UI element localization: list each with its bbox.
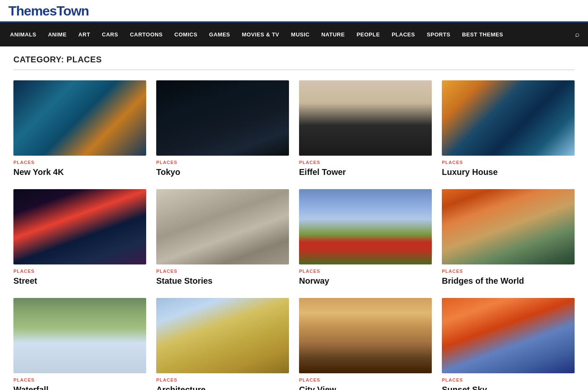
card-norway[interactable]: PLACESNorway: [299, 189, 432, 286]
nav-item-animals[interactable]: ANIMALS: [4, 24, 42, 45]
card-category-label: PLACES: [13, 269, 146, 274]
card-image: [13, 189, 146, 264]
nav-item-sports[interactable]: SPORTS: [421, 24, 456, 45]
card-category-label: PLACES: [156, 377, 289, 382]
main-nav: ANIMALSANIMEARTCARSCARTOONSCOMICSGAMESMO…: [0, 23, 588, 46]
card-thumbnail: [156, 298, 289, 373]
nav-item-nature[interactable]: NATURE: [315, 24, 351, 45]
nav-item-art[interactable]: ART: [72, 24, 96, 45]
card-new-york-4k[interactable]: PLACESNew York 4K: [13, 80, 146, 177]
card-image: [156, 298, 289, 373]
card-statue-stories[interactable]: PLACESStatue Stories: [156, 189, 289, 286]
nav-item-places[interactable]: PLACES: [386, 24, 421, 45]
card-city-view[interactable]: PLACESCity View: [299, 298, 432, 390]
card-image: [299, 80, 432, 156]
nav-item-movies---tv[interactable]: MOVIES & TV: [236, 24, 285, 45]
card-image: [156, 80, 289, 156]
card-thumbnail: [299, 298, 432, 373]
card-image: [442, 298, 575, 373]
nav-item-anime[interactable]: ANIME: [42, 24, 72, 45]
card-title: Architecture: [156, 384, 289, 390]
card-eiffel-tower[interactable]: PLACESEiffel Tower: [299, 80, 432, 177]
nav-item-games[interactable]: GAMES: [203, 24, 236, 45]
card-category-label: PLACES: [156, 160, 289, 165]
card-image: [156, 189, 289, 264]
category-title: CATEGORY: PLACES: [13, 55, 575, 70]
card-luxury-house[interactable]: PLACESLuxury House: [442, 80, 575, 177]
card-thumbnail: [13, 189, 146, 264]
card-category-label: PLACES: [299, 377, 432, 382]
card-tokyo[interactable]: PLACESTokyo: [156, 80, 289, 177]
card-title: New York 4K: [13, 167, 146, 177]
nav-item-best-themes[interactable]: BEST THEMES: [456, 24, 509, 45]
card-title: City View: [299, 384, 432, 390]
card-title: Sunset Sky: [442, 384, 575, 390]
site-header: ThemesTown: [0, 0, 588, 23]
card-title: Statue Stories: [156, 275, 289, 286]
card-image: [442, 189, 575, 264]
card-category-label: PLACES: [13, 160, 146, 165]
card-thumbnail: [13, 298, 146, 373]
card-thumbnail: [156, 189, 289, 264]
card-category-label: PLACES: [299, 160, 432, 165]
card-title: Tokyo: [156, 167, 289, 177]
card-architecture[interactable]: PLACESArchitecture: [156, 298, 289, 390]
card-thumbnail: [299, 189, 432, 264]
card-image: [442, 80, 575, 156]
card-sunset-sky[interactable]: PLACESSunset Sky: [442, 298, 575, 390]
card-image: [299, 189, 432, 264]
card-image: [299, 298, 432, 373]
search-icon[interactable]: ⌕: [571, 23, 584, 46]
card-image: [13, 80, 146, 156]
card-category-label: PLACES: [442, 377, 575, 382]
card-title: Luxury House: [442, 167, 575, 177]
site-logo[interactable]: ThemesTown: [8, 3, 89, 21]
card-category-label: PLACES: [156, 269, 289, 274]
card-thumbnail: [442, 189, 575, 264]
card-category-label: PLACES: [442, 269, 575, 274]
card-title: Bridges of the World: [442, 275, 575, 286]
nav-item-cartoons[interactable]: CARTOONS: [124, 24, 168, 45]
card-street[interactable]: PLACESStreet: [13, 189, 146, 286]
card-thumbnail: [156, 80, 289, 156]
nav-item-people[interactable]: PEOPLE: [351, 24, 386, 45]
card-thumbnail: [13, 80, 146, 156]
nav-item-comics[interactable]: COMICS: [168, 24, 203, 45]
card-image: [13, 298, 146, 373]
card-thumbnail: [299, 80, 432, 156]
nav-item-music[interactable]: MUSIC: [285, 24, 315, 45]
card-title: Eiffel Tower: [299, 167, 432, 177]
card-grid: PLACESNew York 4KPLACESTokyoPLACESEiffel…: [13, 80, 575, 390]
card-title: Norway: [299, 275, 432, 286]
card-waterfall[interactable]: PLACESWaterfall: [13, 298, 146, 390]
card-category-label: PLACES: [13, 377, 146, 382]
nav-item-cars[interactable]: CARS: [96, 24, 124, 45]
card-category-label: PLACES: [299, 269, 432, 274]
card-category-label: PLACES: [442, 160, 575, 165]
card-bridges-of-the-world[interactable]: PLACESBridges of the World: [442, 189, 575, 286]
card-thumbnail: [442, 298, 575, 373]
card-title: Street: [13, 275, 146, 286]
card-thumbnail: [442, 80, 575, 156]
card-title: Waterfall: [13, 384, 146, 390]
main-content: CATEGORY: PLACES PLACESNew York 4KPLACES…: [5, 46, 583, 390]
